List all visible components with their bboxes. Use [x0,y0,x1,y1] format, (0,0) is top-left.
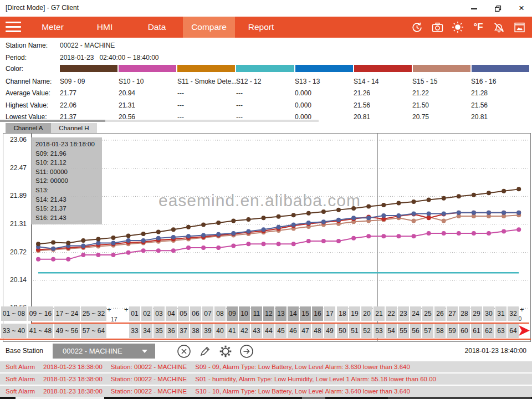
pager-number-button[interactable]: 06 [190,306,201,321]
pager-group-button[interactable]: 25 ~ 32 [81,306,106,321]
restore-button[interactable] [490,2,507,14]
pager-number-button[interactable]: 62 [483,324,494,338]
nav-item-hmi[interactable]: HMI [79,17,131,38]
pager-number-button[interactable]: 42 [239,324,250,338]
pager-number-button[interactable]: 55 [398,324,409,338]
bottom-scrollbar[interactable] [0,397,532,399]
pager-number-button[interactable]: 28 [459,306,470,321]
hamburger-menu-icon[interactable] [6,22,21,33]
pager-number-button[interactable]: 14 [288,306,299,321]
minimize-button[interactable] [466,2,482,14]
pager-number-button[interactable]: 46 [288,324,299,338]
alarm-row[interactable]: Soft Alarm2018-01-23 18:38:00Station: 00… [0,374,532,385]
pager-group-button[interactable]: 49 ~ 56 [54,324,80,338]
pager-number-button[interactable]: 18 [337,306,348,321]
alarm-row[interactable]: Soft Alarm2018-01-23 18:38:00Station: 00… [0,386,532,397]
pager-plus-left[interactable]: + [107,305,111,314]
pager-number-button[interactable]: 50 [337,324,348,338]
edit-button[interactable] [197,344,212,359]
pager-number-button[interactable]: 53 [374,324,385,338]
settings-button[interactable] [218,344,233,359]
pager-plus-mid[interactable]: + [124,305,129,314]
pager-group-button[interactable]: 17 ~ 24 [54,306,80,321]
alarm-mute-icon[interactable] [492,20,506,34]
pager-number-button[interactable]: 12 [263,306,274,321]
pager-number-button[interactable]: 49 [324,324,335,338]
pager-number-button[interactable]: 30 [483,306,494,321]
pager-number-button[interactable]: 19 [349,306,360,321]
pager-number-button[interactable]: 10 [239,306,250,321]
go-export-button[interactable] [239,344,254,359]
nav-item-data[interactable]: Data [131,17,183,38]
pager-number-button[interactable]: 04 [166,306,177,321]
tab-channel-h[interactable]: Channel H [51,123,97,133]
pager-number-button[interactable]: 26 [434,306,446,321]
pager-number-button[interactable]: 37 [178,324,189,338]
pager-group-button[interactable]: 01 ~ 08 [1,306,27,321]
pager-number-button[interactable]: 31 [495,306,507,321]
pager-number-button[interactable]: 01 [129,306,140,321]
pager-number-button[interactable]: 29 [471,306,482,321]
pager-number-button[interactable]: 08 [214,306,226,321]
pager-number-button[interactable]: 24 [410,306,421,321]
pager-number-button[interactable]: 22 [386,306,397,321]
cancel-button[interactable] [176,344,191,359]
pager-number-button[interactable]: 41 [227,324,238,338]
pager-number-button[interactable]: 64 [508,324,519,338]
pager-number-button[interactable]: 47 [300,324,311,338]
pager-number-button[interactable]: 11 [251,306,262,321]
pager-number-button[interactable]: 61 [471,324,482,338]
pager-number-button[interactable]: 48 [312,324,323,338]
nav-item-meter[interactable]: Meter [27,17,79,38]
pager-number-button[interactable]: 02 [141,306,152,321]
nav-item-compare[interactable]: Compare [183,17,235,38]
tab-channel-a[interactable]: Channel A [6,123,51,133]
info-horizontal-scrollbar[interactable] [0,120,319,122]
pager-number-button[interactable]: 59 [447,324,458,338]
pager-number-button[interactable]: 63 [495,324,507,338]
close-button[interactable]: × [513,2,530,14]
pager-number-button[interactable]: 58 [434,324,446,338]
pager-number-button[interactable]: 35 [154,324,165,338]
pager-number-button[interactable]: 36 [166,324,177,338]
pager-number-button[interactable]: 03 [154,306,165,321]
pager-number-button[interactable]: 43 [251,324,262,338]
alarm-row[interactable]: Soft Alarm2018-01-23 18:38:00Station: 00… [0,361,532,372]
pager-number-button[interactable]: 45 [275,324,287,338]
camera-icon[interactable] [430,20,444,34]
pager-number-button[interactable]: 15 [300,306,311,321]
base-station-dropdown[interactable]: 00022 - MACHINE [53,344,155,359]
pager-number-button[interactable]: 56 [410,324,421,338]
pager-number-button[interactable]: 39 [202,324,213,338]
nav-item-report[interactable]: Report [235,17,287,38]
pager-number-button[interactable]: 25 [422,306,433,321]
pager-number-button[interactable]: 09 [227,306,238,321]
history-refresh-icon[interactable] [410,20,424,34]
pager-number-button[interactable]: 34 [141,324,152,338]
pager-group-button[interactable]: 09 ~ 16 [28,306,53,321]
pager-number-button[interactable]: 57 [422,324,433,338]
pager-number-button[interactable]: 60 [459,324,470,338]
pager-number-button[interactable]: 52 [361,324,372,338]
pager-number-button[interactable]: 13 [275,306,287,321]
fahrenheit-icon[interactable]: °F [471,20,485,34]
pager-plus-right[interactable]: + [520,305,524,314]
scrollbar-thumb[interactable] [0,120,105,122]
pager-number-button[interactable]: 51 [349,324,360,338]
pager-number-button[interactable]: 40 [214,324,226,338]
pager-group-button[interactable]: 33 ~ 40 [1,324,27,338]
pager-number-button[interactable]: 20 [361,306,372,321]
pager-number-button[interactable]: 33 [129,324,140,338]
brightness-sun-icon[interactable] [451,20,465,34]
pager-number-button[interactable]: 05 [178,306,189,321]
pager-number-button[interactable]: 38 [190,324,201,338]
bottom-scrollbar-thumb[interactable] [16,397,104,399]
pager-number-button[interactable]: 23 [398,306,409,321]
pager-number-button[interactable]: 27 [447,306,458,321]
snapshot-gallery-icon[interactable] [512,20,526,34]
pager-group-button[interactable]: 41 ~ 48 [28,324,53,338]
next-page-arrow[interactable] [519,324,530,339]
pager-number-button[interactable]: 16 [312,306,323,321]
pager-number-button[interactable]: 32 [508,306,519,321]
pager-number-button[interactable]: 44 [263,324,274,338]
